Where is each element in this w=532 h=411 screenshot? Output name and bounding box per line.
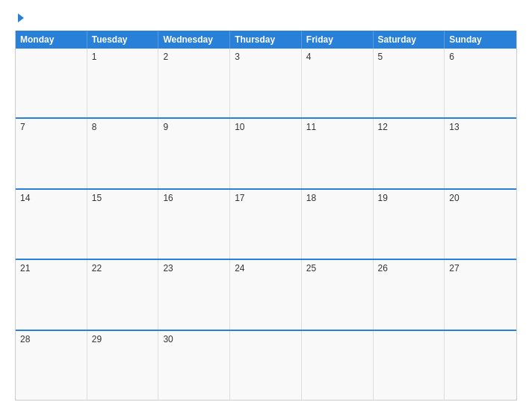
day-number: 19 (378, 193, 388, 203)
calendar-cell: 14 (16, 190, 87, 259)
calendar-week-1: 123456 (16, 49, 516, 117)
day-number: 23 (163, 263, 173, 274)
calendar-cell: 19 (374, 190, 445, 259)
calendar-cell: 9 (158, 119, 230, 188)
day-number: 18 (306, 193, 316, 203)
calendar-cell: 7 (16, 119, 87, 188)
day-number: 8 (92, 122, 97, 132)
calendar-week-2: 78910111213 (16, 117, 516, 188)
day-number: 24 (235, 263, 244, 274)
day-number: 27 (449, 263, 459, 274)
calendar-cell: 21 (16, 260, 87, 329)
calendar-week-4: 21222324252627 (16, 259, 516, 329)
calendar-cell: 12 (374, 119, 445, 188)
calendar-cell: 25 (302, 260, 374, 329)
day-number: 26 (378, 263, 388, 274)
calendar-cell: 17 (230, 190, 302, 259)
calendar-week-3: 14151617181920 (16, 188, 516, 259)
calendar-cell (374, 331, 445, 400)
calendar-cell: 27 (445, 260, 516, 329)
day-number: 21 (20, 263, 30, 274)
day-number: 25 (306, 263, 316, 274)
calendar-cell: 4 (302, 49, 374, 117)
day-number: 28 (20, 334, 30, 344)
calendar-body: 1234567891011121314151617181920212223242… (16, 49, 516, 400)
header-day-monday: Monday (16, 31, 87, 49)
calendar-cell: 20 (445, 190, 516, 259)
calendar-cell (302, 331, 374, 400)
day-number: 12 (378, 122, 388, 132)
calendar-cell: 6 (445, 49, 516, 117)
day-number: 6 (449, 52, 454, 62)
calendar-cell: 13 (445, 119, 516, 188)
logo-triangle-icon (18, 13, 24, 22)
day-number: 5 (378, 52, 383, 62)
calendar-cell: 30 (158, 331, 230, 400)
calendar-cell: 26 (374, 260, 445, 329)
day-number: 30 (163, 334, 173, 344)
header-day-sunday: Sunday (445, 31, 516, 49)
calendar-cell: 28 (16, 331, 87, 400)
logo (15, 13, 24, 23)
calendar-cell: 15 (87, 190, 159, 259)
calendar-week-5: 282930 (16, 330, 516, 400)
day-number: 15 (92, 193, 102, 203)
calendar-cell: 16 (158, 190, 230, 259)
day-number: 9 (163, 122, 168, 132)
day-number: 10 (235, 122, 244, 132)
calendar-cell (16, 49, 87, 117)
calendar-cell: 23 (158, 260, 230, 329)
day-number: 22 (92, 263, 102, 274)
header-day-friday: Friday (302, 31, 374, 49)
header-day-wednesday: Wednesday (158, 31, 230, 49)
calendar-grid: MondayTuesdayWednesdayThursdayFridaySatu… (15, 31, 517, 401)
calendar-cell: 1 (87, 49, 159, 117)
calendar-cell: 18 (302, 190, 374, 259)
calendar-cell: 8 (87, 119, 159, 188)
calendar-cell: 29 (87, 331, 159, 400)
day-number: 16 (163, 193, 173, 203)
header-day-thursday: Thursday (230, 31, 302, 49)
calendar-cell: 22 (87, 260, 159, 329)
calendar-cell: 24 (230, 260, 302, 329)
calendar-cell: 5 (374, 49, 445, 117)
logo-blue-row (15, 13, 24, 23)
day-number: 14 (20, 193, 30, 203)
calendar-cell: 3 (230, 49, 302, 117)
calendar-cell (230, 331, 302, 400)
day-number: 20 (449, 193, 459, 203)
calendar-cell (445, 331, 516, 400)
calendar-cell: 11 (302, 119, 374, 188)
calendar-cell: 2 (158, 49, 230, 117)
day-number: 2 (163, 52, 168, 62)
day-number: 4 (306, 52, 312, 62)
day-number: 7 (20, 122, 25, 132)
day-number: 13 (449, 122, 459, 132)
header-day-tuesday: Tuesday (87, 31, 159, 49)
header-day-saturday: Saturday (374, 31, 445, 49)
day-number: 11 (306, 122, 316, 132)
day-number: 1 (92, 52, 97, 62)
calendar-header: MondayTuesdayWednesdayThursdayFridaySatu… (16, 31, 516, 49)
day-number: 17 (235, 193, 244, 203)
header (15, 13, 517, 23)
calendar-cell: 10 (230, 119, 302, 188)
calendar-page: MondayTuesdayWednesdayThursdayFridaySatu… (0, 0, 532, 411)
day-number: 3 (235, 52, 240, 62)
day-number: 29 (92, 334, 102, 344)
